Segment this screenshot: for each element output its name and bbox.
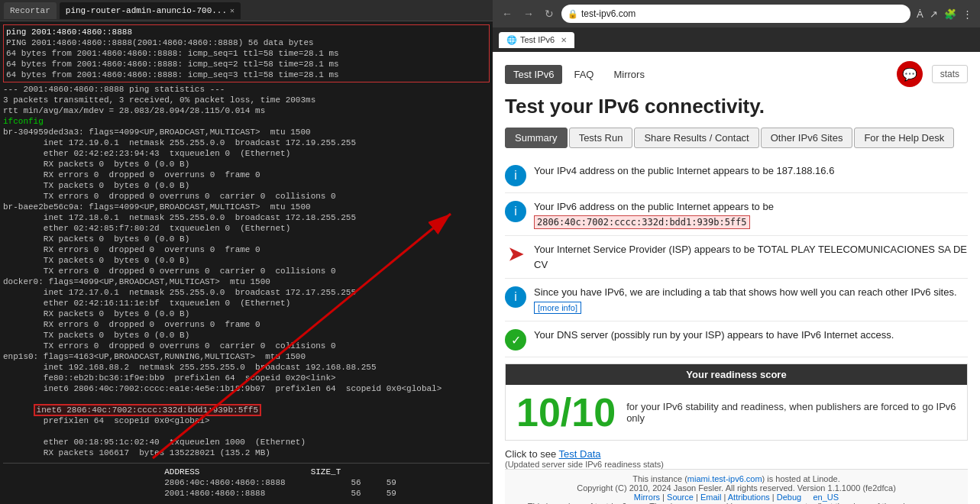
info-icon-ipv6: i [505, 201, 526, 222]
terminal-bottom: ether 00:18:95:1c:02:40 txqueuelen 1000 … [3, 437, 490, 458]
info-text-ipv4: Your IPv4 address on the public Internet… [534, 163, 834, 179]
page-title: Test your IPv6 connectivity. [505, 95, 968, 118]
mirror-row-2: 2001:4860:4860::8888 56 59 [3, 488, 490, 499]
mirror-row-1: 2806:40c:4860:4860::8888 56 59 [3, 477, 490, 488]
inet6-suffix: prefixlen 64 scopeid 0x0<global> [34, 416, 210, 425]
terminal-line: inet 172.19.0.1 netmask 255.255.0.0 broa… [3, 137, 490, 148]
forward-button[interactable]: → [520, 6, 537, 21]
stats-button[interactable]: stats [932, 65, 968, 83]
terminal-line: docker0: flags=4099<UP,BROADCAST,MULTICA… [3, 276, 490, 287]
tab-close-icon[interactable]: ✕ [561, 36, 567, 44]
info-symbol: i [514, 169, 517, 183]
footer-link-mirrors[interactable]: Mirrors [634, 493, 660, 502]
terminal-line: TX errors 0 dropped 0 overruns 0 carrier… [3, 191, 490, 202]
info-text-dns: Your DNS server (possibly run by your IS… [534, 328, 894, 343]
updated-note: (Updated server side IPv6 readiness stat… [505, 460, 968, 469]
readiness-section: Your readiness score 10/10 for your IPv6… [505, 363, 968, 441]
terminal-line: fe80::eb2b:bc36:1f9e:bb9 prefixlen 64 sc… [3, 373, 490, 383]
footer-links-line: Mirrors | Source | Email | Attributions … [513, 493, 960, 502]
test-data-link[interactable]: Test Data [559, 448, 601, 460]
ifconfig-label: ifconfig [3, 116, 490, 127]
tab-label: Recortar [10, 6, 50, 15]
footer-link-attributions[interactable]: Attributions [728, 493, 770, 502]
hosted-text-prefix: This instance ( [632, 474, 687, 483]
ping-reply-2: 64 bytes from 2001:4860:4860::8888: icmp… [6, 59, 487, 69]
footer-locale[interactable]: en_US [813, 493, 839, 502]
terminal-line: inet 172.17.0.1 netmask 255.255.0.0 broa… [3, 287, 490, 298]
terminal-line: inet 192.168.88.2 netmask 255.255.255.0 … [3, 362, 490, 373]
browser-tabbar: 🌐 Test IPv6 ✕ [493, 27, 980, 52]
terminal-panel: Recortar ping-router-admin-anuncio-700..… [0, 0, 493, 504]
footer-link-source[interactable]: Source [667, 493, 694, 502]
info-row-dns: ✓ Your DNS server (possibly run by your … [505, 321, 968, 357]
tab-tests-run[interactable]: Tests Run [569, 128, 633, 148]
terminal-line: TX packets 0 bytes 0 (0.0 B) [3, 255, 490, 266]
terminal-line: TX packets 0 bytes 0 (0.0 B) [3, 330, 490, 341]
terminal-output: br-304959ded3a3: flags=4099<UP,BROADCAST… [3, 127, 490, 394]
mirror-table-area: ADDRESS SIZE_T 2806:40c:4860:4860::8888 … [3, 463, 490, 504]
refresh-button[interactable]: ↻ [542, 6, 557, 21]
lock-icon: 🔒 [568, 9, 578, 19]
browser-tab-test-ipv6[interactable]: 🌐 Test IPv6 ✕ [499, 32, 574, 48]
terminal-line: RX packets 0 bytes 0 (0.0 B) [3, 309, 490, 319]
nav-link-test-ipv6[interactable]: Test IPv6 [505, 65, 562, 84]
info-row-more-info: i Since you have IPv6, we are including … [505, 279, 968, 321]
nav-link-mirrors[interactable]: Mirrors [605, 65, 652, 84]
more-info-link[interactable]: [more info] [534, 302, 581, 314]
terminal-tabbar: Recortar ping-router-admin-anuncio-700..… [0, 0, 493, 21]
info-icon-tabs: i [505, 286, 526, 308]
inet6-highlight-line: inet6 2806:40c:7002:cccc:332d:bdd1:939b:… [3, 394, 490, 437]
tab-summary[interactable]: Summary [505, 128, 568, 148]
terminal-line: TX errors 0 dropped 0 overruns 0 carrier… [3, 266, 490, 276]
terminal-line: RX errors 0 dropped 0 overruns 0 frame 0 [3, 170, 490, 180]
mirror-header: ADDRESS SIZE_T [3, 467, 490, 477]
arrow-symbol: ➤ [508, 244, 523, 265]
info-text-ipv6: Your IPv6 address on the public Internet… [534, 199, 774, 229]
info-icon-dns: ✓ [505, 329, 526, 351]
nav-link-faq[interactable]: FAQ [565, 65, 602, 84]
terminal-line: RX errors 0 dropped 0 overruns 0 frame 0 [3, 319, 490, 330]
share-icon[interactable]: ↗ [928, 7, 940, 21]
info-symbol: i [514, 290, 517, 304]
info-row-ipv4: i Your IPv4 address on the public Intern… [505, 157, 968, 193]
address-bar[interactable]: 🔒 test-ipv6.com [561, 5, 910, 23]
readiness-header: Your readiness score [506, 364, 967, 385]
browser-chrome: ← → ↻ 🔒 test-ipv6.com Ȧ ↗ 🧩 ⋮ [493, 0, 980, 27]
info-icon-isp: ➤ [505, 244, 526, 265]
info-symbol: i [514, 205, 517, 218]
terminal-line: RX packets 0 bytes 0 (0.0 B) [3, 159, 490, 170]
ping-rtt: rtt min/avg/max/mdev = 28.083/28.094/28.… [3, 105, 490, 116]
tab-share-results[interactable]: Share Results / Contact [634, 128, 758, 148]
terminal-tab-ping[interactable]: ping-router-admin-anuncio-700... ✕ [60, 2, 241, 19]
menu-icon[interactable]: ⋮ [961, 7, 974, 21]
tab-help-desk[interactable]: For the Help Desk [854, 128, 954, 148]
site-footer: This instance (miami.test-ipv6.com) is h… [505, 469, 968, 504]
terminal-line: br-304959ded3a3: flags=4099<UP,BROADCAST… [3, 127, 490, 137]
test-data-prefix: Click to see [505, 448, 556, 460]
footer-link-debug[interactable]: Debug [777, 493, 801, 502]
browser-panel: ← → ↻ 🔒 test-ipv6.com Ȧ ↗ 🧩 ⋮ 🌐 Test IP… [493, 0, 980, 504]
ping-cmd: ping 2001:4860:4860::8888 [6, 27, 487, 37]
hosted-instance-link[interactable]: miami.test-ipv6.com [687, 474, 762, 483]
info-text-isp: Your Internet Service Provider (ISP) app… [534, 242, 968, 272]
terminal-line: ether 02:42:e2:23:94:43 txqueuelen 0 (Et… [3, 148, 490, 159]
footer-link-email[interactable]: Email [700, 493, 722, 502]
checkmark-symbol: ✓ [511, 333, 521, 347]
chat-icon[interactable]: 💬 [897, 61, 923, 87]
terminal-line: enp1s0: flags=4163<UP,BROADCAST,RUNNING,… [3, 351, 490, 362]
extension-icon[interactable]: 🧩 [943, 7, 958, 21]
terminal-line: TX packets 0 bytes 0 (0.0 B) [3, 180, 490, 191]
back-button[interactable]: ← [499, 6, 516, 21]
terminal-tab-recortar[interactable]: Recortar [4, 2, 57, 19]
tab-other-ipv6[interactable]: Other IPv6 Sites [761, 128, 853, 148]
ipv6-prefix-text: Your IPv6 address on the public Internet… [534, 201, 774, 212]
terminal-line: RX errors 0 dropped 0 overruns 0 frame 0 [3, 244, 490, 255]
close-icon[interactable]: ✕ [230, 6, 234, 15]
tab-label: Test IPv6 [520, 35, 555, 44]
content-tabs: Summary Tests Run Share Results / Contac… [505, 128, 968, 148]
translate-icon[interactable]: Ȧ [915, 7, 925, 21]
terminal-line: ether 02:42:85:f7:80:2d txqueuelen 0 (Et… [3, 223, 490, 234]
browser-toolbar: Ȧ ↗ 🧩 ⋮ [915, 7, 974, 21]
readiness-description: for your IPv6 stability and readiness, w… [626, 401, 956, 424]
terminal-bottom-line: ether 00:18:95:1c:02:40 txqueuelen 1000 … [3, 437, 490, 447]
